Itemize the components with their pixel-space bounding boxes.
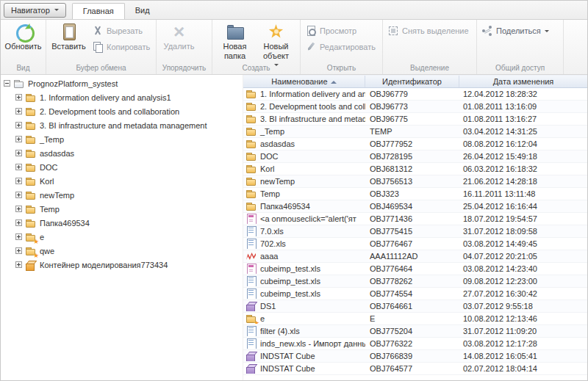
cell-date-modified: 31.07.2012 18:09:58 (459, 227, 587, 236)
cell-identifier: OBJ777952 (365, 139, 459, 148)
preview-button[interactable]: Просмотр (303, 24, 379, 37)
cube-icon (245, 363, 257, 374)
cell-name: newTemp (243, 176, 365, 186)
expand-toggle-icon[interactable] (15, 108, 22, 115)
expand-toggle-icon[interactable] (15, 206, 22, 212)
expand-toggle-icon[interactable] (15, 178, 22, 184)
group-label-clipboard: Буфер обмена (46, 63, 156, 74)
tree-item[interactable]: Папка469534 (1, 216, 243, 230)
root-folder-icon (13, 79, 25, 89)
share-button[interactable]: Поделиться (479, 24, 552, 37)
row-name-label: cubeimp_test.xls (260, 264, 320, 273)
refresh-button[interactable]: Обновить (3, 21, 43, 52)
tree-item[interactable]: 3. BI infrastructure and metadata manage… (1, 118, 243, 132)
table-row[interactable]: cubeimp_test.xlsOBJ77455427.07.2012 16:3… (243, 288, 587, 300)
cell-identifier: TEMP (365, 127, 459, 136)
delete-button[interactable]: Удалить (159, 21, 199, 52)
new-object-button[interactable]: Новый объект (256, 21, 296, 69)
table-row[interactable]: Папка469534OBJ46953425.04.2012 16:16:44 (243, 200, 587, 213)
table-row[interactable]: DS1OBJ76466103.07.2012 9:55:18 (243, 300, 587, 313)
table-row[interactable]: 2. Development tools and collaborationOB… (243, 101, 587, 113)
folder-icon (25, 92, 37, 103)
row-name-label: filter (4).xls (260, 327, 300, 335)
new-folder-label: Новая папка (215, 42, 254, 60)
row-name-label: inds_new.xls - Импорт данных (260, 339, 365, 348)
sort-ascending-icon (331, 78, 337, 84)
folder-icon (25, 106, 37, 117)
table-row[interactable]: TempOBJ32316.11.2011 13:11:48 (243, 188, 587, 200)
table-row[interactable]: INDSTAT CubeOBJ76683914.08.2012 16:05:41 (243, 350, 587, 363)
expand-toggle-icon[interactable] (15, 164, 22, 170)
edit-button[interactable]: Редактировать (303, 40, 379, 54)
table-row[interactable]: inds_new.xls - Импорт данныхOBJ77632203.… (243, 338, 587, 350)
star-badge-icon: ★ (254, 320, 259, 324)
column-header-date[interactable]: Дата изменения (459, 76, 587, 87)
tree-item[interactable]: 2. Development tools and collaboration (1, 104, 243, 118)
folder-icon (245, 114, 257, 124)
expand-toggle-icon[interactable] (15, 192, 22, 198)
tab-view[interactable]: Вид (125, 3, 160, 19)
row-name-label: 2. Development tools and collaboration (260, 102, 365, 111)
tree-item[interactable]: DOC (1, 160, 243, 174)
expand-toggle-icon[interactable] (15, 233, 22, 240)
cut-label: Вырезать (107, 26, 143, 35)
row-name-label: Temp (260, 189, 280, 198)
table-row[interactable]: 1. Information delivery and analysis1OBJ… (243, 88, 587, 101)
column-header-name[interactable]: Наименование (243, 76, 365, 87)
table-row[interactable]: asdasdasOBJ77795208.08.2012 16:12:04 (243, 138, 587, 150)
table-row[interactable]: ★eE10.08.2012 12:13:46 (243, 313, 587, 325)
tree-item[interactable]: asdasdas (1, 146, 243, 160)
table-row[interactable]: DOCOBJ72819526.04.2012 15:49:18 (243, 150, 587, 163)
ribbon-group-selection: Снять выделение Выделение (383, 20, 477, 74)
cell-identifier: OBJ469534 (365, 202, 459, 211)
tab-home[interactable]: Главная (72, 3, 125, 19)
table-row[interactable]: 3. BI infrastructure and metadata manage… (243, 113, 587, 126)
tree-item[interactable]: _Temp (1, 132, 243, 146)
tree-item[interactable]: Контейнер моделирования773434 (1, 258, 243, 272)
refresh-icon (15, 23, 32, 40)
cut-button[interactable]: Вырезать (90, 24, 153, 37)
cell-name: inds_new.xls - Импорт данных (243, 338, 365, 349)
cell-date-modified: 12.04.2012 18:28:32 (459, 90, 587, 98)
expand-toggle-icon[interactable] (15, 247, 22, 254)
tree-item[interactable]: 1. Information delivery and analysis1 (1, 90, 243, 104)
table-row[interactable]: 702.xlsOBJ77646703.08.2012 14:49:45 (243, 238, 587, 250)
table-row[interactable]: 7.0.xlsOBJ77541531.07.2012 18:09:58 (243, 225, 587, 238)
deselect-button[interactable]: Снять выделение (385, 24, 472, 37)
new-folder-button[interactable]: Новая папка (215, 21, 255, 61)
tree-item[interactable]: Temp (1, 202, 243, 216)
table-row[interactable]: newTempOBJ75651321.06.2012 14:28:18 (243, 175, 587, 188)
table-row[interactable]: filter (4).xlsOBJ77520431.07.2012 11:09:… (243, 325, 587, 338)
navigator-menu-button[interactable]: Навигатор (4, 3, 66, 18)
edit-icon (306, 42, 316, 52)
expand-toggle-icon[interactable] (15, 94, 22, 101)
table-row[interactable]: cubeimp_test.xlsOBJ77646403.08.2012 14:2… (243, 263, 587, 275)
tree-item[interactable]: newTemp (1, 188, 243, 202)
copy-button[interactable]: Копировать (90, 40, 153, 54)
row-name-label: cubeimp_test.xls (260, 277, 320, 286)
table-row[interactable]: INDSTAT CubeOBJ76457702.07.2012 18:04:14 (243, 363, 587, 375)
collapse-toggle-icon[interactable] (4, 80, 10, 87)
group-label-open: Открыть (301, 63, 382, 74)
expand-toggle-icon[interactable] (15, 219, 22, 226)
expand-toggle-icon[interactable] (15, 122, 22, 128)
cell-identifier: OBJ776322 (365, 339, 459, 348)
table-row[interactable]: <a onmouseclick="alert('ятOBJ77143618.07… (243, 213, 587, 225)
table-row[interactable]: cubeimp_test.xlsOBJ77826209.08.2012 12:2… (243, 275, 587, 288)
cell-date-modified: 03.08.2012 14:23:40 (459, 264, 587, 273)
cell-identifier: OBJ96779 (365, 90, 459, 98)
tree-item[interactable]: ★qwe (1, 244, 243, 258)
tree-root[interactable]: PrognozPlatform_systest (1, 76, 243, 90)
paste-button[interactable]: Вставить (49, 21, 89, 52)
table-row[interactable]: _TempTEMP03.04.2012 14:31:25 (243, 126, 587, 138)
expand-toggle-icon[interactable] (15, 136, 22, 142)
row-name-label: 7.0.xls (260, 227, 284, 236)
tree-item[interactable]: Korl (1, 174, 243, 188)
row-name-label: 3. BI infrastructure and metadata manage… (260, 115, 365, 123)
table-row[interactable]: KorlOBJ68131206.03.2012 16:18:32 (243, 163, 587, 175)
expand-toggle-icon[interactable] (15, 261, 22, 268)
expand-toggle-icon[interactable] (15, 150, 22, 156)
tree-item[interactable]: ★e (1, 230, 243, 244)
table-row[interactable]: aaaaAAA11112AD04.07.2012 20:21:05 (243, 250, 587, 263)
column-header-id[interactable]: Идентификатор (365, 76, 459, 87)
